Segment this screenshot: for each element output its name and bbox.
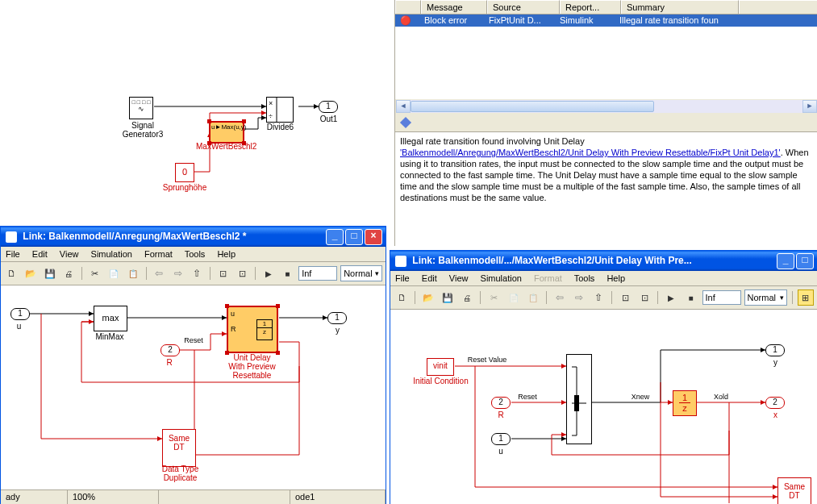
minimize-button[interactable]: _ [777, 253, 794, 269]
scroll-right-btn[interactable]: ► [802, 100, 817, 113]
extra-button[interactable]: ⊞ [798, 289, 814, 306]
win2-canvas[interactable]: vinit Initial Condition Reset Value 2 R … [390, 310, 817, 503]
back-button[interactable] [552, 289, 568, 306]
detail-line1: Illegal rate transition found involving … [400, 136, 585, 146]
u-inport[interactable]: 1 [10, 308, 30, 320]
menu-view[interactable]: View [449, 273, 469, 283]
r-inport[interactable]: 2 [491, 397, 511, 409]
up-button[interactable] [590, 289, 606, 306]
save-button[interactable] [440, 289, 456, 306]
paste-button[interactable] [125, 265, 141, 281]
sprunghoehe-label: Sprunghöhe [160, 183, 209, 192]
menu-simulation[interactable]: Simulation [481, 273, 522, 283]
menu-simulation[interactable]: Simulation [91, 249, 132, 259]
debug2-button[interactable]: ⊡ [636, 289, 652, 306]
status-solver: ode1 [290, 490, 386, 504]
open-button[interactable] [23, 265, 40, 281]
stop-button[interactable] [682, 289, 698, 306]
close-button[interactable]: × [365, 229, 382, 245]
debug2-button[interactable]: ⊡ [235, 265, 251, 281]
error-list-header: Message Source Report... Summary [395, 0, 817, 15]
save-button[interactable] [42, 265, 58, 281]
forward-button[interactable] [571, 289, 587, 306]
error-row[interactable]: 🔴 Block error FixPtUnit D... Simulink Il… [395, 15, 817, 27]
detail-link[interactable]: 'Balkenmodell/Anregung/MaxWertBeschl2/Un… [400, 148, 781, 157]
menu-format[interactable]: Format [144, 249, 173, 259]
mode-select[interactable]: Normal [744, 289, 787, 306]
win1-titlebar[interactable]: ⊞ Link: Balkenmodell/Anregung/MaxWertBes… [1, 227, 386, 247]
x-outport[interactable]: 2 [765, 397, 785, 409]
divide-block[interactable]: × ÷ [266, 97, 294, 123]
maxwertbeschl-block[interactable]: u►Max(u,y) [209, 121, 244, 144]
switch-block[interactable] [566, 354, 592, 444]
menu-help[interactable]: Help [217, 249, 236, 259]
menu-help[interactable]: Help [606, 273, 625, 283]
mode-select[interactable]: Normal [340, 265, 382, 281]
stop-time-input[interactable] [702, 290, 741, 305]
open-button[interactable] [420, 289, 436, 306]
win1-canvas[interactable]: 1 u max MinMax 2 R Reset u R 1 z Unit De… [1, 285, 386, 489]
win1-title: Link: Balkenmodell/Anregung/MaxWertBesch… [23, 231, 246, 242]
col-summary[interactable]: Summary [621, 0, 739, 14]
vinit-block[interactable]: vinit [427, 358, 454, 376]
maximize-button[interactable]: □ [796, 253, 814, 269]
status-ready: ady [1, 490, 68, 504]
out1-port[interactable]: 1 [319, 101, 338, 113]
top-diagram-canvas[interactable]: □ □ □ □ ∿ Signal Generator3 0 Sprunghöhe… [0, 10, 387, 215]
col-source[interactable]: Source [487, 0, 560, 14]
signal-generator-block[interactable]: □ □ □ □ ∿ [129, 97, 153, 119]
paste-button[interactable] [525, 289, 541, 306]
cut-button[interactable] [486, 289, 502, 306]
debug1-button[interactable]: ⊡ [617, 289, 633, 306]
menu-tools[interactable]: Tools [185, 249, 206, 259]
new-button[interactable] [394, 289, 410, 306]
menu-file[interactable]: File [395, 273, 410, 283]
sprunghoehe-block[interactable]: 0 [175, 163, 194, 182]
forward-button[interactable] [170, 265, 186, 281]
svg-rect-6 [574, 395, 579, 411]
menu-edit[interactable]: Edit [422, 273, 437, 283]
minimize-button[interactable]: _ [326, 229, 344, 245]
play-button[interactable] [663, 289, 679, 306]
u-inport[interactable]: 1 [491, 433, 511, 445]
print-button[interactable] [61, 265, 77, 281]
scroll-thumb[interactable] [411, 101, 654, 112]
error-hscroll[interactable]: ◄ ► [395, 99, 817, 114]
signal-generator-label: Signal Generator3 [117, 121, 169, 139]
print-button[interactable] [459, 289, 475, 306]
col-report[interactable]: Report... [560, 0, 621, 14]
maximize-button[interactable]: □ [345, 229, 363, 245]
win2-menubar[interactable]: File Edit View Simulation Format Tools H… [390, 271, 817, 286]
error-summary-cell: Illegal rate transition foun [615, 15, 817, 27]
menu-view[interactable]: View [60, 249, 79, 259]
unit-delay-block[interactable]: u R 1 z [227, 306, 278, 353]
divide-label: Divide6 [262, 123, 298, 131]
same-dt-block[interactable]: Same DT [777, 477, 811, 504]
status-zoom: 100% [68, 490, 159, 504]
r-inport[interactable]: 2 [160, 344, 180, 356]
menu-tools[interactable]: Tools [574, 273, 595, 283]
same-dt-label: Data Type Duplicate [158, 464, 202, 482]
win2-titlebar[interactable]: ⊞ Link: Balkenmodell/.../MaxWertBeschl2/… [390, 251, 817, 271]
copy-button[interactable] [506, 289, 522, 306]
col-message[interactable]: Message [421, 0, 487, 14]
win1-menubar[interactable]: File Edit View Simulation Format Tools H… [1, 247, 386, 262]
stop-button[interactable] [280, 265, 296, 281]
win2-title: Link: Balkenmodell/.../MaxWertBeschl2/Un… [412, 255, 691, 266]
debug1-button[interactable]: ⊡ [215, 265, 231, 281]
stop-time-input[interactable] [298, 266, 337, 281]
menu-edit[interactable]: Edit [32, 249, 48, 259]
menu-file[interactable]: File [6, 249, 20, 259]
same-dt-block[interactable]: Same DT [162, 429, 196, 467]
scroll-left-btn[interactable]: ◄ [396, 100, 411, 113]
back-button[interactable] [152, 265, 168, 281]
new-button[interactable] [4, 265, 20, 281]
up-button[interactable] [190, 265, 206, 281]
minmax-block[interactable]: max [94, 306, 127, 331]
y-outport[interactable]: 1 [765, 344, 785, 356]
copy-button[interactable] [106, 265, 123, 281]
cut-button[interactable] [87, 265, 103, 281]
play-button[interactable] [261, 265, 277, 281]
unit-delay-1z-block[interactable]: 1 z [673, 390, 697, 416]
y-outport[interactable]: 1 [327, 312, 347, 324]
